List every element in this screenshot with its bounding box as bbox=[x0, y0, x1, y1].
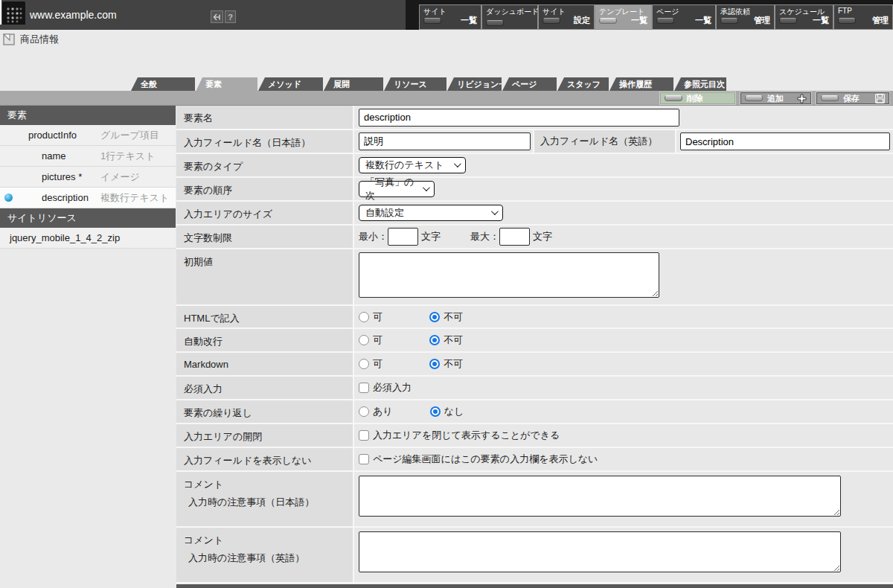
sidebar-item-description[interactable]: description 複数行テキスト bbox=[0, 188, 176, 208]
sidebar-item-pictures[interactable]: pictures * イメージ bbox=[0, 167, 176, 188]
header-tab-extension bbox=[0, 25, 153, 30]
field-name-ja-input[interactable] bbox=[359, 132, 531, 150]
tab-expand[interactable]: 展開 bbox=[324, 77, 383, 91]
html-entry-no-radio[interactable] bbox=[429, 312, 440, 322]
plus-icon bbox=[797, 94, 807, 103]
tab-bar: 全般 要素 メソッド 展開 リソース リビジョン一覧 ページ スタッフ 操作履歴… bbox=[131, 77, 727, 91]
field-name-en-input[interactable] bbox=[680, 132, 890, 150]
auto-linebreak-yes-radio[interactable] bbox=[359, 335, 369, 345]
page-title: 商品情報 bbox=[20, 33, 59, 46]
menu-template-list[interactable]: テンプレート 一覧 bbox=[595, 4, 652, 30]
markdown-no-radio[interactable] bbox=[429, 359, 440, 369]
tab-general[interactable]: 全般 bbox=[131, 77, 195, 91]
tab-pages[interactable]: ページ bbox=[502, 77, 557, 91]
auto-linebreak-no-radio[interactable] bbox=[429, 335, 440, 345]
menu-site-list[interactable]: サイト 一覧 bbox=[419, 4, 481, 30]
action-toolbar: 削除 追加 保存 bbox=[0, 91, 893, 106]
row-field-name: 入力フィールド名（日本語） 入力フィールド名（英語） bbox=[176, 130, 893, 154]
row-comment-en: コメント 入力時の注意事項（英語） bbox=[176, 528, 893, 584]
markdown-yes-radio[interactable] bbox=[359, 359, 369, 369]
menu-dashboard[interactable]: ダッシュボード bbox=[481, 4, 538, 30]
tab-resources[interactable]: リソース bbox=[384, 77, 446, 91]
top-header: www.example.com ? サイト 一覧 ダッシュボード サイト 設定 … bbox=[0, 0, 893, 30]
tab-revisions[interactable]: リビジョン一覧 bbox=[447, 77, 502, 91]
hide-field-checkbox[interactable] bbox=[359, 454, 369, 464]
back-arrow-icon bbox=[213, 13, 222, 21]
button-pill bbox=[665, 95, 682, 101]
sidebar-resources-header: サイトリソース bbox=[0, 208, 176, 228]
menu-pill[interactable] bbox=[779, 18, 797, 24]
element-order-select[interactable]: 「写真」の次 bbox=[359, 181, 435, 197]
site-url[interactable]: www.example.com bbox=[30, 9, 117, 21]
button-pill bbox=[821, 95, 839, 101]
char-min-input[interactable] bbox=[388, 228, 418, 246]
menu-pill[interactable] bbox=[599, 18, 617, 24]
content-bottom-bar bbox=[176, 584, 893, 588]
selected-indicator-dot bbox=[4, 194, 13, 202]
button-pill bbox=[745, 95, 763, 101]
row-initial-value: 初期値 bbox=[176, 249, 893, 306]
row-element-order: 要素の順序 「写真」の次 bbox=[176, 178, 893, 202]
row-html-entry: HTMLで記入 可 不可 bbox=[176, 306, 893, 329]
sidebar-item-productinfo[interactable]: productInfo グループ項目 bbox=[0, 125, 176, 146]
row-required: 必須入力 必須入力 bbox=[176, 377, 893, 400]
row-element-type: 要素のタイプ 複数行のテキスト bbox=[176, 154, 893, 178]
sidebar-item-name[interactable]: name 1行テキスト bbox=[0, 146, 176, 167]
help-button[interactable]: ? bbox=[225, 10, 236, 23]
row-collapse: 入力エリアの開閉 入力エリアを閉じて表示することができる bbox=[176, 424, 893, 448]
comment-ja-textarea[interactable] bbox=[359, 476, 841, 517]
element-name-input[interactable] bbox=[359, 109, 679, 127]
row-repeat: 要素の繰り返し あり なし bbox=[176, 400, 893, 424]
sidebar: 要素 productInfo グループ項目 name 1行テキスト pictur… bbox=[0, 106, 176, 249]
page-title-row: 商品情報 bbox=[3, 33, 59, 46]
tab-elements[interactable]: 要素 bbox=[196, 77, 257, 92]
menu-pill[interactable] bbox=[838, 18, 856, 24]
row-area-size: 入力エリアのサイズ 自動設定 bbox=[176, 202, 893, 226]
html-entry-yes-radio[interactable] bbox=[359, 312, 369, 322]
repeat-yes-radio[interactable] bbox=[359, 406, 369, 417]
required-checkbox[interactable] bbox=[359, 383, 369, 393]
element-settings-form: 要素名 入力フィールド名（日本語） 入力フィールド名（英語） 要素のタイプ 複数… bbox=[176, 106, 893, 584]
row-comment-ja: コメント 入力時の注意事項（日本語） bbox=[176, 472, 893, 528]
dot-grid-icon bbox=[6, 6, 22, 24]
menu-pill[interactable] bbox=[423, 18, 441, 24]
repeat-no-radio[interactable] bbox=[430, 406, 441, 417]
char-max-input[interactable] bbox=[499, 228, 530, 246]
chevron-down-icon bbox=[491, 208, 499, 215]
initial-value-textarea[interactable] bbox=[359, 252, 659, 298]
menu-pill[interactable] bbox=[656, 18, 674, 24]
delete-button[interactable]: 削除 bbox=[660, 92, 735, 104]
global-menu: サイト 一覧 ダッシュボード サイト 設定 テンプレート 一覧 ページ 一覧 承… bbox=[406, 0, 893, 30]
chevron-down-icon bbox=[423, 184, 430, 191]
chevron-down-icon bbox=[454, 160, 461, 167]
comment-en-textarea[interactable] bbox=[359, 531, 841, 572]
menu-pill[interactable] bbox=[720, 18, 738, 24]
row-char-limit: 文字数制限 最小： 文字 最大： 文字 bbox=[176, 226, 893, 249]
floppy-disk-icon bbox=[875, 94, 885, 103]
tab-staff[interactable]: スタッフ bbox=[557, 77, 609, 91]
area-size-select[interactable]: 自動設定 bbox=[359, 205, 503, 221]
collapse-checkbox[interactable] bbox=[359, 430, 369, 441]
tab-references[interactable]: 参照元目次 bbox=[674, 77, 726, 91]
element-type-select[interactable]: 複数行のテキスト bbox=[359, 157, 466, 173]
menu-page-list[interactable]: ページ 一覧 bbox=[652, 4, 716, 30]
sidebar-item-jquery-zip[interactable]: jquery_mobile_1_4_2_zip bbox=[0, 228, 176, 249]
save-button[interactable]: 保存 bbox=[816, 92, 889, 104]
app-launcher-icon[interactable] bbox=[2, 1, 25, 28]
menu-ftp-mgmt[interactable]: FTP 管理 bbox=[833, 4, 893, 30]
row-element-name: 要素名 bbox=[176, 106, 893, 130]
tab-methods[interactable]: メソッド bbox=[258, 77, 323, 91]
menu-pill[interactable] bbox=[542, 18, 560, 24]
row-hide-field: 入力フィールドを表示しない ページ編集画面にはこの要素の入力欄を表示しない bbox=[176, 448, 893, 472]
row-auto-linebreak: 自動改行 可 不可 bbox=[176, 329, 893, 353]
menu-site-settings[interactable]: サイト 設定 bbox=[538, 4, 595, 30]
menu-pill[interactable] bbox=[486, 20, 504, 26]
page-icon bbox=[3, 33, 16, 46]
add-button[interactable]: 追加 bbox=[740, 92, 811, 104]
tab-history[interactable]: 操作履歴 bbox=[609, 77, 673, 91]
menu-schedule-list[interactable]: スケジュール 一覧 bbox=[775, 4, 833, 30]
row-markdown: Markdown 可 不可 bbox=[176, 353, 893, 377]
menu-approval-mgmt[interactable]: 承認依頼 管理 bbox=[716, 4, 775, 30]
sidebar-elements-header: 要素 bbox=[0, 106, 176, 125]
back-button[interactable] bbox=[211, 10, 223, 23]
